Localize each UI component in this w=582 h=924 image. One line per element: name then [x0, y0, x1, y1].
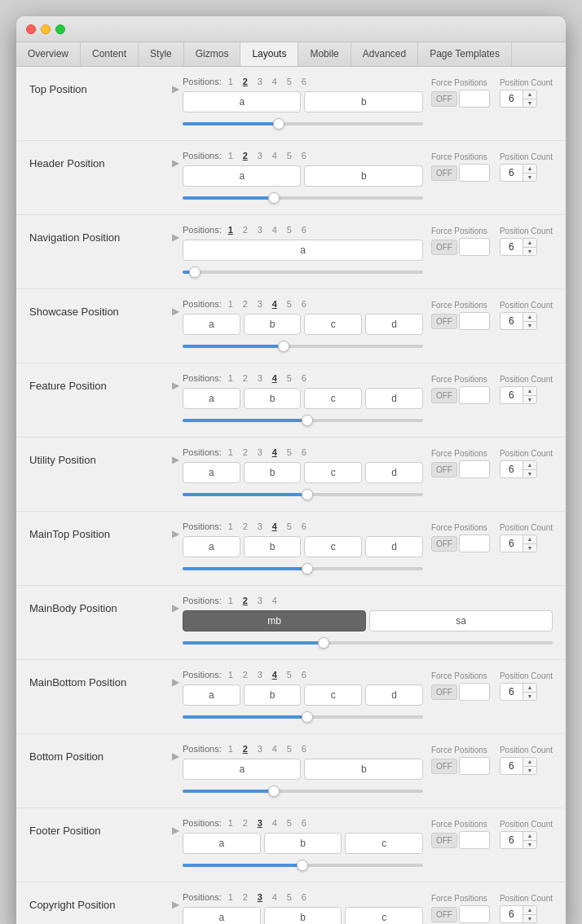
- pos-number[interactable]: 2: [240, 892, 251, 902]
- pos-number[interactable]: 1: [225, 744, 236, 754]
- slider[interactable]: [183, 488, 423, 501]
- pos-number[interactable]: 1: [225, 892, 236, 902]
- pos-number[interactable]: 6: [298, 373, 310, 383]
- stepper-down-arrow[interactable]: ▼: [523, 99, 536, 108]
- stepper-down-arrow[interactable]: ▼: [523, 322, 536, 330]
- pos-number[interactable]: 3: [254, 151, 266, 161]
- force-positions-off-button[interactable]: OFF: [431, 462, 457, 477]
- tab-style[interactable]: Style: [139, 42, 184, 66]
- pos-number[interactable]: 1: [225, 447, 236, 457]
- pos-number[interactable]: 2: [240, 77, 251, 86]
- force-positions-input[interactable]: [459, 238, 490, 256]
- force-positions-input[interactable]: [459, 905, 490, 923]
- pos-number[interactable]: 4: [269, 151, 280, 161]
- stepper-up-arrow[interactable]: ▲: [523, 461, 536, 470]
- stepper-down-arrow[interactable]: ▼: [523, 470, 536, 478]
- pos-number[interactable]: 2: [240, 151, 251, 161]
- force-positions-input[interactable]: [459, 757, 490, 775]
- slider-thumb[interactable]: [278, 341, 289, 352]
- slider[interactable]: [183, 266, 423, 279]
- pos-number[interactable]: 1: [225, 151, 236, 161]
- position-count-stepper[interactable]: 6▲▼: [500, 164, 537, 182]
- pos-number[interactable]: 5: [284, 447, 295, 457]
- pos-number[interactable]: 6: [298, 521, 310, 531]
- pos-number[interactable]: 4: [269, 596, 280, 605]
- force-positions-off-button[interactable]: OFF: [431, 165, 457, 181]
- pos-number[interactable]: 4: [269, 373, 280, 383]
- force-positions-off-button[interactable]: OFF: [431, 388, 457, 403]
- pos-number[interactable]: 2: [240, 521, 251, 531]
- pos-number[interactable]: 1: [225, 77, 236, 86]
- pos-number[interactable]: 4: [269, 892, 280, 902]
- pos-number[interactable]: 5: [284, 373, 295, 383]
- pos-number[interactable]: 6: [298, 225, 310, 235]
- pos-number[interactable]: 2: [240, 225, 251, 235]
- slider[interactable]: [183, 562, 423, 575]
- stepper-up-arrow[interactable]: ▲: [523, 387, 536, 396]
- pos-number[interactable]: 1: [225, 521, 236, 531]
- slider[interactable]: [183, 785, 423, 798]
- expand-arrow-icon[interactable]: ▶: [172, 892, 179, 910]
- stepper-down-arrow[interactable]: ▼: [523, 767, 536, 775]
- pos-number[interactable]: 5: [284, 299, 295, 309]
- pos-number[interactable]: 6: [298, 151, 310, 161]
- stepper-up-arrow[interactable]: ▲: [523, 758, 536, 767]
- position-count-stepper[interactable]: 6▲▼: [500, 386, 537, 404]
- pos-number[interactable]: 3: [254, 373, 266, 383]
- pos-number[interactable]: 3: [254, 744, 266, 754]
- pos-number[interactable]: 4: [269, 818, 280, 828]
- position-count-stepper[interactable]: 6▲▼: [500, 238, 537, 256]
- pos-number[interactable]: 4: [269, 299, 280, 309]
- pos-number[interactable]: 3: [254, 77, 266, 86]
- pos-number[interactable]: 2: [240, 596, 251, 605]
- pos-number[interactable]: 4: [269, 670, 280, 680]
- force-positions-off-button[interactable]: OFF: [431, 314, 457, 329]
- force-positions-off-button[interactable]: OFF: [431, 240, 457, 255]
- pos-number[interactable]: 5: [284, 521, 295, 531]
- stepper-up-arrow[interactable]: ▲: [523, 165, 536, 174]
- pos-number[interactable]: 5: [284, 744, 295, 754]
- force-positions-input[interactable]: [459, 535, 490, 552]
- pos-number[interactable]: 1: [225, 670, 236, 680]
- force-positions-input[interactable]: [459, 683, 490, 701]
- expand-arrow-icon[interactable]: ▶: [172, 521, 179, 539]
- slider-thumb[interactable]: [318, 637, 329, 649]
- slider-thumb[interactable]: [189, 266, 201, 278]
- force-positions-off-button[interactable]: OFF: [431, 684, 457, 700]
- tab-page-templates[interactable]: Page Templates: [418, 42, 512, 66]
- stepper-up-arrow[interactable]: ▲: [523, 90, 536, 99]
- stepper-up-arrow[interactable]: ▲: [523, 906, 536, 915]
- tab-gizmos[interactable]: Gizmos: [184, 42, 241, 66]
- stepper-up-arrow[interactable]: ▲: [523, 684, 536, 693]
- pos-number[interactable]: 4: [269, 744, 280, 754]
- pos-number[interactable]: 3: [254, 892, 266, 902]
- stepper-up-arrow[interactable]: ▲: [523, 832, 536, 841]
- pos-number[interactable]: 1: [225, 373, 236, 383]
- expand-arrow-icon[interactable]: ▶: [172, 744, 179, 762]
- position-count-stepper[interactable]: 6▲▼: [500, 757, 537, 775]
- tab-mobile[interactable]: Mobile: [298, 42, 351, 66]
- pos-number[interactable]: 6: [298, 670, 310, 680]
- force-positions-off-button[interactable]: OFF: [431, 833, 457, 848]
- stepper-down-arrow[interactable]: ▼: [523, 841, 536, 849]
- slider-thumb[interactable]: [302, 415, 313, 426]
- position-count-stepper[interactable]: 6▲▼: [500, 460, 537, 478]
- expand-arrow-icon[interactable]: ▶: [172, 596, 179, 614]
- pos-number[interactable]: 4: [269, 77, 280, 86]
- pos-number[interactable]: 4: [269, 447, 280, 457]
- pos-number[interactable]: 2: [240, 818, 251, 828]
- force-positions-input[interactable]: [459, 386, 490, 404]
- pos-number[interactable]: 1: [225, 299, 236, 309]
- tab-content[interactable]: Content: [81, 42, 139, 66]
- pos-number[interactable]: 5: [284, 151, 295, 161]
- position-count-stepper[interactable]: 6▲▼: [500, 312, 537, 330]
- pos-number[interactable]: 6: [298, 892, 310, 902]
- stepper-down-arrow[interactable]: ▼: [523, 544, 536, 552]
- pos-number[interactable]: 3: [254, 670, 266, 680]
- tab-advanced[interactable]: Advanced: [351, 42, 418, 66]
- expand-arrow-icon[interactable]: ▶: [172, 225, 179, 243]
- stepper-down-arrow[interactable]: ▼: [523, 915, 536, 923]
- slider[interactable]: [183, 117, 423, 130]
- pos-number[interactable]: 4: [269, 521, 280, 531]
- stepper-up-arrow[interactable]: ▲: [523, 313, 536, 322]
